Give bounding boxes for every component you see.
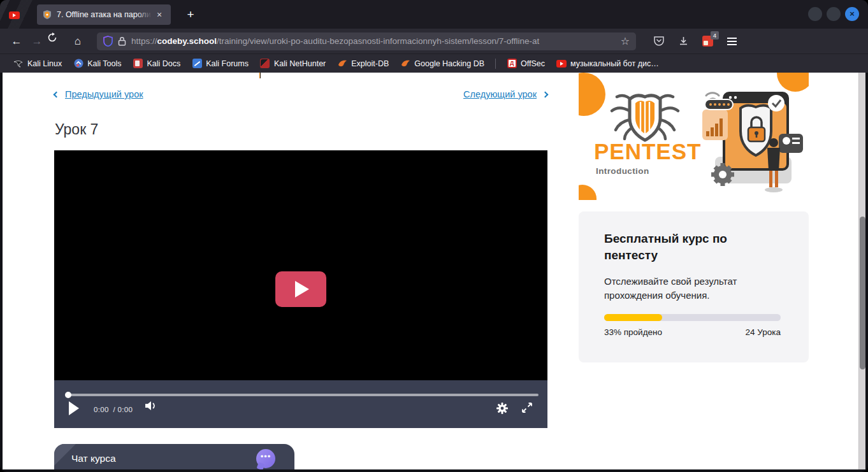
previous-lesson-link[interactable]: Предыдущий урок (54, 89, 143, 99)
bookmark-kali-linux[interactable]: Kali Linux (9, 57, 66, 71)
lesson-title: Урок 7 (55, 121, 98, 138)
chevron-right-icon (542, 91, 549, 97)
close-window-button[interactable]: × (845, 7, 859, 21)
lock-icon[interactable] (118, 36, 126, 46)
kali-docs-icon (133, 59, 143, 69)
home-icon[interactable]: ⌂ (68, 32, 88, 50)
forward-icon: → (27, 32, 47, 50)
downloads-icon[interactable] (674, 32, 692, 50)
progress-percent-label: 33% пройдено (604, 327, 662, 337)
lesson-navigation: Предыдущий урок Следующий урок (54, 89, 547, 99)
tab-title-fade (136, 9, 154, 20)
titlebar: 7. Offline атака на пароли × + × (0, 0, 868, 29)
extension-badge: 4 (711, 31, 719, 39)
course-card-description: Отслеживайте свой результат прохождения … (604, 275, 763, 303)
bookmark-music-bot[interactable]: музыкальный бот дис… (552, 57, 663, 71)
course-progress-fill (604, 314, 662, 321)
video-player[interactable]: 0:00 / 0:00 (54, 150, 547, 428)
pocket-icon[interactable] (650, 32, 668, 50)
pentest-spider-logo-icon (609, 92, 681, 143)
page-scrollbar[interactable] (858, 73, 865, 469)
clipped-heading-fragment (259, 73, 261, 78)
bookmark-star-icon[interactable]: ☆ (621, 35, 630, 47)
bookmark-kali-forums[interactable]: Kali Forums (187, 57, 253, 71)
youtube-icon (9, 11, 20, 19)
volume-icon[interactable] (144, 400, 158, 411)
bookmark-google-hacking-db[interactable]: Google Hacking DB (396, 57, 489, 71)
next-lesson-link[interactable]: Следующий урок (463, 89, 547, 99)
big-play-button[interactable] (275, 271, 326, 307)
time-display: 0:00 / 0:00 (94, 406, 133, 413)
course-banner[interactable]: PENTEST Introduction (579, 73, 809, 200)
url-text: https://codeby.school/training/view/urok… (131, 36, 616, 46)
toolbar-right-cluster: 4 (650, 32, 741, 50)
kali-dragon-icon (13, 59, 24, 69)
course-banner-illustration (697, 82, 807, 196)
url-bar[interactable]: https://codeby.school/training/view/urok… (97, 32, 636, 50)
course-progress-track (604, 314, 781, 321)
seek-knob[interactable] (65, 392, 71, 398)
play-icon[interactable] (69, 401, 79, 415)
new-tab-button[interactable]: + (182, 6, 199, 23)
kali-nethunter-icon (260, 59, 270, 69)
video-controls-bar: 0:00 / 0:00 (54, 380, 547, 428)
bookmark-kali-docs[interactable]: Kali Docs (128, 57, 185, 71)
codeby-favicon-icon (42, 10, 52, 20)
menu-hamburger-icon[interactable] (723, 32, 741, 50)
seek-bar[interactable] (66, 394, 539, 396)
tracking-shield-icon[interactable] (103, 36, 113, 46)
pentest-brand-subtitle: Introduction (596, 166, 649, 176)
tab-close-icon[interactable]: × (157, 10, 162, 19)
maximize-button[interactable] (827, 7, 841, 21)
bookmark-kali-nethunter[interactable]: Kali NetHunter (256, 57, 330, 71)
orange-blob-bottom-left (579, 185, 597, 200)
navigation-toolbar: ← → ⌂ https://codeby.school/training/vie… (0, 29, 868, 54)
back-icon[interactable]: ← (6, 32, 27, 50)
exploit-db-bird-icon (337, 59, 347, 69)
bookmark-kali-tools[interactable]: Kali Tools (69, 57, 126, 71)
scrollbar-thumb[interactable] (860, 217, 865, 369)
orange-blob-top-left (579, 73, 605, 116)
url-fade (586, 34, 618, 48)
bookmark-exploit-db[interactable]: Exploit-DB (333, 57, 393, 71)
youtube-icon (556, 59, 567, 69)
window-controls: × (808, 7, 859, 21)
course-chat-widget[interactable]: Чат курса ••• (54, 444, 294, 469)
bookmark-offsec[interactable]: Д OffSec (502, 57, 549, 71)
lessons-count-label: 24 Урока (746, 327, 781, 337)
page-content: Предыдущий урок Следующий урок Урок 7 0:… (3, 73, 865, 469)
pentest-brand-text: PENTEST (594, 139, 701, 164)
settings-gear-icon[interactable] (496, 402, 509, 415)
reload-icon[interactable] (47, 32, 68, 50)
kali-tools-icon (73, 59, 83, 69)
chat-bubble-icon[interactable]: ••• (256, 449, 275, 468)
active-tab[interactable]: 7. Offline атака на пароли × (37, 4, 171, 25)
chat-title: Чат курса (71, 453, 116, 464)
chevron-left-icon (54, 91, 60, 97)
bookmarks-separator (495, 59, 496, 69)
google-hacking-db-bird-icon (400, 59, 410, 69)
offsec-icon: Д (507, 59, 517, 69)
fullscreen-icon[interactable] (521, 402, 533, 413)
bookmarks-toolbar: Kali Linux Kali Tools Kali Docs Kali For… (0, 54, 868, 73)
browser-window: 7. Offline атака на пароли × + × ← → ⌂ (0, 0, 868, 472)
minimize-button[interactable] (808, 7, 822, 21)
course-progress-labels: 33% пройдено 24 Урока (604, 327, 781, 337)
adblock-extension-icon[interactable]: 4 (698, 32, 716, 50)
course-progress-card: Бесплатный курс по пентесту Отслеживайте… (579, 211, 809, 362)
kali-forums-icon (192, 59, 202, 69)
pinned-tab-youtube[interactable] (9, 10, 20, 22)
course-card-title: Бесплатный курс по пентесту (604, 231, 763, 263)
